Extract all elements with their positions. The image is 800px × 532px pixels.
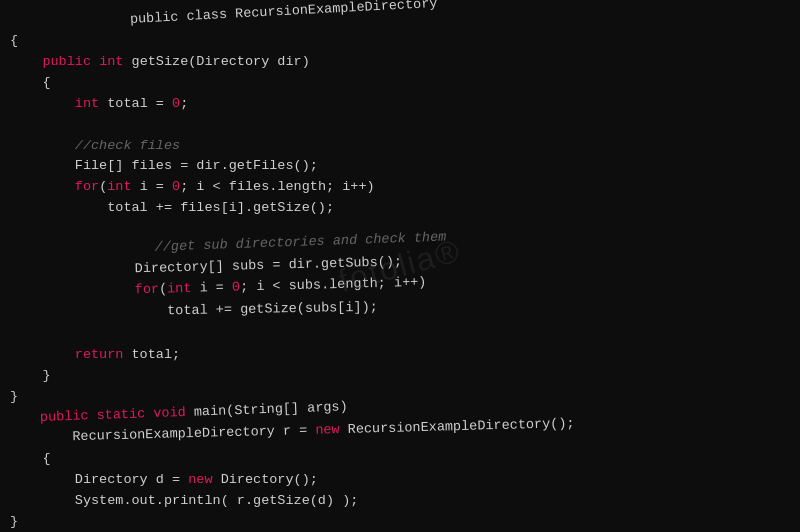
code-line-16: } — [10, 366, 790, 387]
code-line-14 — [10, 324, 790, 345]
code-line-9: total += files[i].getSize(); — [10, 198, 790, 219]
code-container: fotolia® public class RecursionExampleDi… — [0, 0, 800, 532]
code-line-8: for(int i = 0; i < files.length; i++) — [10, 177, 790, 198]
code-block: public class RecursionExampleDirectory {… — [10, 10, 790, 522]
code-line-1: { — [10, 31, 790, 52]
code-line-2: public int getSize(Directory dir) — [10, 52, 790, 73]
code-line-3: { — [10, 73, 790, 94]
code-line-6: //check files — [10, 136, 790, 157]
code-line-22: System.out.println( r.getSize(d) ); — [10, 491, 790, 512]
code-line-classheader: public class RecursionExampleDirectory — [129, 0, 800, 31]
code-line-5 — [10, 115, 790, 136]
code-line-20: { — [10, 449, 790, 470]
code-line-7: File[] files = dir.getFiles(); — [10, 156, 790, 177]
code-line-4: int total = 0; — [10, 94, 790, 115]
code-line-21: Directory d = new Directory(); — [10, 470, 790, 491]
code-line-23: } — [10, 512, 790, 532]
code-line-15: return total; — [10, 345, 790, 366]
